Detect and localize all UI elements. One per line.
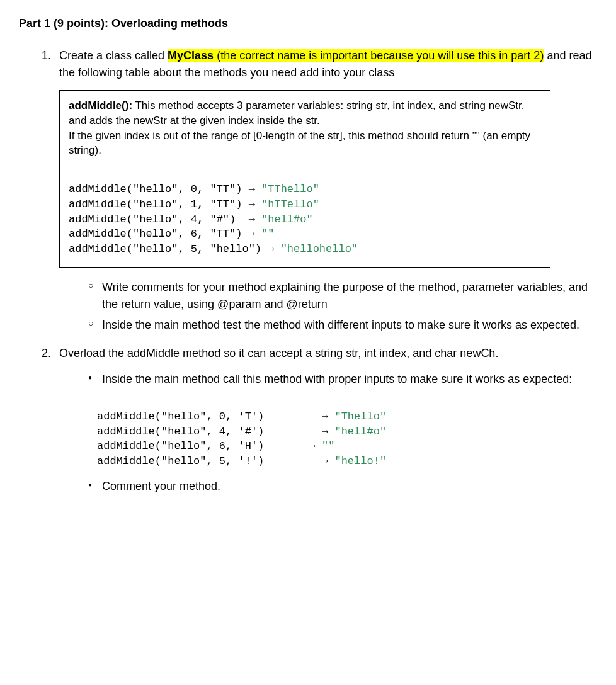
item2-paragraph: Overload the addMiddle method so it can … (59, 345, 597, 362)
item1-highlight: (the correct name is important because y… (214, 49, 544, 62)
code-examples-1: addMiddle("hello", 0, "TT") → "TThello" … (69, 167, 541, 257)
main-ordered-list: Create a class called MyClass (the corre… (19, 47, 597, 495)
code-line: addMiddle("hello", 4, "#") → "hell#o" (69, 213, 313, 225)
sub-item-call: Inside the main method call this method … (88, 371, 597, 388)
box-desc-line1: This method accepts 3 parameter variable… (69, 99, 524, 127)
code-examples-2: addMiddle("hello", 0, 'T') → "Thello" ad… (97, 394, 597, 469)
sub-item-comments: Write comments for your method explainin… (88, 279, 597, 313)
class-name-highlight: MyClass (168, 49, 214, 62)
box-desc-line2: If the given index is out of the range o… (69, 130, 530, 157)
method-name: addMiddle(): (69, 99, 132, 111)
code-line: addMiddle("hello", 4, '#') → "hell#o" (97, 426, 386, 438)
box-description: addMiddle(): This method accepts 3 param… (69, 98, 541, 158)
code-line: addMiddle("hello", 0, "TT") → "TThello" (69, 183, 319, 195)
sub-list-3: Comment your method. (59, 478, 597, 495)
list-item-2: Overload the addMiddle method so it can … (54, 345, 597, 495)
method-description-box: addMiddle(): This method accepts 3 param… (59, 90, 550, 268)
list-item-1: Create a class called MyClass (the corre… (54, 47, 597, 334)
sub-item-comment-method: Comment your method. (88, 478, 597, 495)
item1-paragraph: Create a class called MyClass (the corre… (59, 47, 597, 81)
code-line: addMiddle("hello", 0, 'T') → "Thello" (97, 410, 386, 422)
code-line: addMiddle("hello", 6, "TT") → "" (69, 228, 274, 240)
sub-list-1: Write comments for your method explainin… (59, 279, 597, 334)
code-line: addMiddle("hello", 5, "hello") → "helloh… (69, 243, 358, 255)
code-line: addMiddle("hello", 5, '!') → "hello!" (97, 455, 386, 467)
sub-item-test: Inside the main method test the method w… (88, 317, 597, 334)
item1-pre: Create a class called (59, 49, 168, 62)
sub-list-2: Inside the main method call this method … (59, 371, 597, 388)
code-line: addMiddle("hello", 6, 'H') → "" (97, 440, 334, 452)
code-line: addMiddle("hello", 1, "TT") → "hTTello" (69, 198, 319, 210)
part-heading: Part 1 (9 points): Overloading methods (19, 15, 597, 32)
